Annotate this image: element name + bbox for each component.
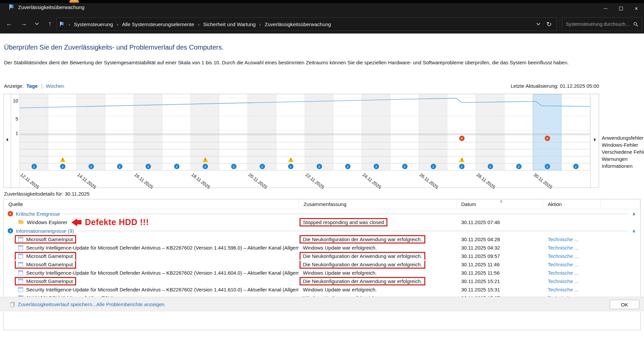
chart-column[interactable] (390, 94, 419, 170)
save-history-link[interactable]: Zuverlässigkeitsverlauf speichern... (10, 301, 96, 307)
column-header-aktion[interactable]: Aktion (543, 199, 601, 209)
chart-column[interactable] (504, 94, 533, 170)
information-icon: i (431, 164, 436, 169)
information-icon: i (573, 164, 579, 169)
address-bar[interactable]: ›Systemsteuerung›Alle Systemsteuerungsel… (56, 17, 557, 31)
chart-column[interactable] (162, 94, 191, 170)
technical-details-link[interactable]: Technische ... (543, 262, 579, 267)
chart-date-label: 22.11.2025 (305, 172, 325, 190)
technical-details-link[interactable]: Technische ... (543, 245, 579, 251)
application-icon (18, 245, 23, 250)
back-button[interactable]: ← (3, 18, 15, 29)
search-icon[interactable] (633, 22, 638, 27)
technical-details-link[interactable]: Technische ... (543, 270, 579, 276)
table-row[interactable]: Security Intelligence-Update für Microso… (4, 285, 640, 294)
chart-date-label: 20.11.2025 (248, 172, 268, 190)
event-group-row[interactable]: iInformationsereignisse (9)∧ (4, 226, 640, 235)
chart-column[interactable] (248, 94, 276, 170)
search-box (562, 17, 642, 31)
minimize-button[interactable] (598, 3, 613, 14)
column-header-quelle[interactable]: Quelle (4, 199, 299, 209)
scroll-left-icon (6, 138, 8, 141)
chart-column[interactable] (77, 94, 105, 170)
recent-pages-dropdown[interactable] (33, 18, 41, 29)
chart-gridline (20, 98, 590, 98)
folder-icon (18, 219, 24, 225)
technical-details-link[interactable]: Technische ... (543, 287, 579, 292)
information-icon: i (288, 164, 293, 169)
chart-column[interactable] (105, 94, 134, 170)
chart-column[interactable] (419, 94, 447, 170)
chart-scroll-right[interactable] (590, 94, 599, 188)
view-all-reports-link[interactable]: Alle Problemberichte anzeigen (96, 301, 164, 307)
group-divider (78, 231, 629, 231)
ok-button[interactable]: OK (610, 300, 639, 309)
breadcrumb-item[interactable]: Zuverlässigkeitsüberwachung (265, 21, 331, 27)
chart-band-rowline (20, 149, 590, 149)
red-highlight-box: Microsoft GameInput (15, 235, 76, 244)
event-group-row[interactable]: ×Kritische Ereignisse∧ (4, 209, 640, 218)
chart-column[interactable] (561, 94, 590, 170)
refresh-icon[interactable]: ↻ (546, 20, 552, 28)
table-row[interactable]: Microsoft GameInputDie Neukonfiguration … (4, 260, 640, 269)
chart-column[interactable] (476, 94, 504, 170)
table-row[interactable]: Security Intelligence-Update für Microso… (4, 269, 640, 277)
table-row[interactable]: Security Intelligence-Update für Microso… (4, 244, 640, 252)
chart-column[interactable] (333, 94, 362, 170)
view-separator: | (41, 83, 43, 89)
information-icon: i (545, 164, 550, 169)
technical-details-link[interactable]: Technische ... (543, 236, 579, 242)
chart-column[interactable] (20, 94, 48, 170)
breadcrumb-item[interactable]: Sicherheit und Wartung (203, 21, 256, 27)
chart-column[interactable] (305, 94, 333, 170)
address-dropdown-icon[interactable] (536, 21, 540, 25)
search-input[interactable] (566, 21, 633, 27)
date-cell: 30.11.2025 07:46 (457, 219, 543, 225)
technical-details-link[interactable]: Technische ... (543, 253, 579, 259)
table-row[interactable]: Windows ExplorerDefekte HDD !!!Stopped r… (4, 218, 640, 226)
breadcrumb-item[interactable]: Systemsteuerung (74, 21, 113, 27)
information-icon: i (516, 164, 522, 169)
breadcrumb-separator: › (114, 21, 121, 27)
maximize-button[interactable] (613, 3, 629, 14)
breadcrumb-item[interactable]: Alle Systemsteuerungselemente (122, 21, 194, 27)
chart-date-label: 24.11.2025 (362, 172, 382, 190)
information-icon: i (60, 164, 65, 169)
forward-button[interactable]: → (18, 18, 30, 29)
summary-cell: Windows Update war erfolgreich. (299, 269, 457, 277)
source-cell: Microsoft GameInput (4, 277, 299, 285)
chart-column[interactable] (219, 94, 248, 170)
summary-cell: Die Neukonfiguration der Anwendung war e… (299, 235, 457, 244)
column-header-datum[interactable]: Datum ∧ (457, 199, 543, 209)
chart-column[interactable] (134, 94, 162, 170)
chart-column-selected[interactable] (533, 94, 561, 170)
red-highlight-box: Die Neukonfiguration der Anwendung war e… (300, 252, 425, 260)
view-weeks-tab[interactable]: Wochen (46, 83, 64, 89)
application-icon (18, 254, 23, 259)
collapse-group-icon[interactable]: ∧ (632, 228, 640, 233)
source-label: Microsoft GameInput (26, 278, 73, 284)
legend-item: Anwendungsfehler (602, 134, 644, 141)
date-cell: 30.11.2025 04:32 (457, 245, 543, 251)
table-row[interactable]: Microsoft GameInputDie Neukonfiguration … (4, 252, 640, 260)
summary-wrap: Windows Update war erfolgreich. (300, 269, 380, 277)
source-wrap: Security Intelligence-Update für Microso… (15, 244, 299, 252)
red-highlight-box: Microsoft GameInput (15, 260, 76, 269)
column-header-zusammenfassung[interactable]: Zusammenfassung (299, 199, 457, 209)
technical-details-link[interactable]: Technische ... (543, 278, 579, 284)
chart-date-label: 18.11.2025 (191, 172, 211, 190)
information-icon: i (174, 164, 179, 169)
table-header: Quelle Zusammenfassung Datum ∧ Aktion (4, 199, 640, 209)
view-days-tab[interactable]: Tage (26, 83, 38, 89)
chart-band-rowline (20, 156, 590, 156)
date-cell: 30.11.2025 04:28 (457, 236, 543, 242)
collapse-group-icon[interactable]: ∧ (632, 211, 640, 216)
table-row[interactable]: Microsoft GameInputDie Neukonfiguration … (4, 235, 640, 244)
close-button[interactable]: × (629, 3, 644, 14)
legend-item: Informationen (602, 162, 644, 169)
up-button[interactable]: ↑ (44, 18, 56, 29)
table-row[interactable]: Microsoft GameInputDie Neukonfiguration … (4, 277, 640, 285)
chart-scroll-left[interactable] (4, 94, 11, 188)
summary-cell: Windows Update war erfolgreich. (299, 244, 457, 252)
chart-column[interactable] (362, 94, 390, 170)
